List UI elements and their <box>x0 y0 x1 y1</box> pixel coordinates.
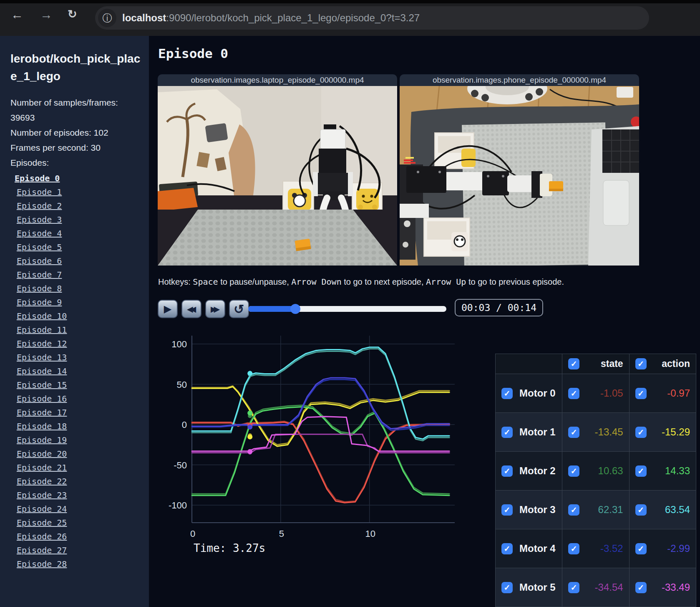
checkbox[interactable]: ✓ <box>635 543 647 554</box>
checkbox[interactable]: ✓ <box>501 582 513 593</box>
episode-link[interactable]: Episode 12 <box>17 337 141 351</box>
checkbox[interactable]: ✓ <box>635 582 647 593</box>
series-motor-2-state <box>192 405 449 494</box>
site-info-icon[interactable]: ⓘ <box>98 9 116 27</box>
video-row: observation.images.laptop_episode_000000… <box>158 74 639 266</box>
episode-link[interactable]: Episode 13 <box>17 351 141 364</box>
hotkey-key: Arrow Down <box>291 277 341 287</box>
checkbox[interactable]: ✓ <box>568 427 579 438</box>
checkbox[interactable]: ✓ <box>568 582 579 593</box>
reload-icon[interactable]: ↻ <box>68 8 77 21</box>
url-text[interactable]: localhost:9090/lerobot/koch_pick_place_1… <box>122 12 420 24</box>
play-icon: ▶ <box>164 303 171 315</box>
column-header-action: action <box>662 358 690 369</box>
episode-link[interactable]: Episode 4 <box>17 227 141 240</box>
checkbox[interactable]: ✓ <box>635 388 647 399</box>
current-time-marker <box>247 410 252 415</box>
motor-label: Motor 2 <box>519 465 556 477</box>
episode-link[interactable]: Episode 10 <box>17 309 141 323</box>
checkbox[interactable]: ✓ <box>568 465 579 477</box>
main-content: Episode 0 observation.images.laptop_epis… <box>149 36 700 607</box>
checkbox[interactable]: ✓ <box>635 358 647 369</box>
checkbox[interactable]: ✓ <box>501 427 513 438</box>
hotkey-key: Space <box>193 277 218 287</box>
checkbox[interactable]: ✓ <box>568 543 579 554</box>
episode-link[interactable]: Episode 23 <box>17 488 141 502</box>
checkbox[interactable]: ✓ <box>501 465 513 477</box>
episode-heading: Episode 0 <box>158 46 228 61</box>
episode-link[interactable]: Episode 22 <box>17 475 141 488</box>
phone-video-tile: observation.images.phone_episode_000000.… <box>400 74 639 266</box>
motor-label: Motor 1 <box>519 426 556 438</box>
play-button[interactable]: ▶ <box>158 300 178 318</box>
checkbox[interactable]: ✓ <box>568 388 579 399</box>
episode-link[interactable]: Episode 17 <box>17 406 141 420</box>
phone-video-preview <box>400 86 639 266</box>
episode-list: Episode 0Episode 1Episode 2Episode 3Epis… <box>10 172 141 571</box>
phone-video[interactable] <box>400 86 639 266</box>
episode-link[interactable]: Episode 21 <box>17 461 141 475</box>
motor-state-value: -1.05 <box>600 387 623 399</box>
motor-chart[interactable]: 100500-50-1000510 <box>158 330 459 539</box>
motor-label: Motor 0 <box>519 387 556 399</box>
episode-link[interactable]: Episode 18 <box>17 420 141 433</box>
back-icon[interactable]: ← <box>11 8 23 22</box>
motor-label: Motor 3 <box>519 504 556 516</box>
episode-link[interactable]: Episode 2 <box>17 199 141 213</box>
stat-samples: Number of samples/frames: 39693 <box>10 95 138 125</box>
episode-link[interactable]: Episode 25 <box>17 516 141 530</box>
checkbox[interactable]: ✓ <box>635 427 647 438</box>
y-tick-label: 0 <box>182 420 187 430</box>
forward-icon[interactable]: → <box>40 8 53 22</box>
episode-link[interactable]: Episode 14 <box>17 364 141 378</box>
episode-link[interactable]: Episode 20 <box>17 447 141 461</box>
hotkey-text: to go to previous episode. <box>466 277 564 286</box>
episode-link[interactable]: Episode 15 <box>17 378 141 392</box>
episode-link[interactable]: Episode 0 <box>15 172 141 185</box>
motor-row: ✓Motor 2✓10.63✓14.33 <box>496 452 696 491</box>
checkbox[interactable]: ✓ <box>635 465 647 477</box>
episode-link[interactable]: Episode 7 <box>17 268 141 282</box>
episode-link[interactable]: Episode 5 <box>17 240 141 254</box>
episode-link[interactable]: Episode 19 <box>17 433 141 447</box>
loop-icon: ↻ <box>234 302 244 316</box>
seek-slider-thumb[interactable] <box>290 304 300 314</box>
checkbox[interactable]: ✓ <box>501 543 513 554</box>
episode-link[interactable]: Episode 6 <box>17 254 141 268</box>
motor-table: ✓state✓action✓Motor 0✓-1.05✓-0.97✓Motor … <box>495 354 696 607</box>
motor-action-value: -2.99 <box>667 543 690 554</box>
motor-action-value: 14.33 <box>665 465 690 477</box>
episode-link[interactable]: Episode 11 <box>17 323 141 337</box>
y-tick-label: 50 <box>177 379 187 390</box>
laptop-video-preview <box>158 86 397 266</box>
episode-link[interactable]: Episode 9 <box>17 296 141 309</box>
laptop-video-label: observation.images.laptop_episode_000000… <box>158 74 397 86</box>
checkbox[interactable]: ✓ <box>635 504 647 516</box>
series-motor-4-action <box>192 378 449 429</box>
episode-link[interactable]: Episode 27 <box>17 544 141 557</box>
episode-link[interactable]: Episode 8 <box>17 282 141 296</box>
episode-link[interactable]: Episode 26 <box>17 530 141 544</box>
seek-slider[interactable] <box>248 306 446 312</box>
checkbox[interactable]: ✓ <box>501 504 513 516</box>
checkbox[interactable]: ✓ <box>568 504 579 516</box>
checkbox[interactable]: ✓ <box>501 388 513 399</box>
loop-button[interactable]: ↻ <box>229 300 249 318</box>
page: lerobot/koch_pick_place_1_lego Number of… <box>0 36 700 607</box>
address-bar[interactable]: ⓘ localhost:9090/lerobot/koch_pick_place… <box>95 6 649 30</box>
laptop-video[interactable] <box>158 86 397 266</box>
fast-forward-button[interactable]: ▶▶ <box>205 300 225 318</box>
url-host: localhost <box>122 12 166 23</box>
series-motor-5-state <box>192 434 449 453</box>
browser-chrome: ← → ↻ ⓘ localhost:9090/lerobot/koch_pick… <box>0 0 700 36</box>
fast-forward-icon: ▶▶ <box>211 304 217 314</box>
motor-state-value: -3.52 <box>600 543 623 554</box>
episode-link[interactable]: Episode 24 <box>17 502 141 516</box>
episode-link[interactable]: Episode 1 <box>17 185 141 199</box>
rewind-button[interactable]: ◀◀ <box>181 300 201 318</box>
episode-link[interactable]: Episode 28 <box>17 557 141 571</box>
checkbox[interactable]: ✓ <box>568 358 579 369</box>
time-display: 00:03 / 00:14 <box>455 299 543 316</box>
episode-link[interactable]: Episode 16 <box>17 392 141 406</box>
episode-link[interactable]: Episode 3 <box>17 213 141 227</box>
